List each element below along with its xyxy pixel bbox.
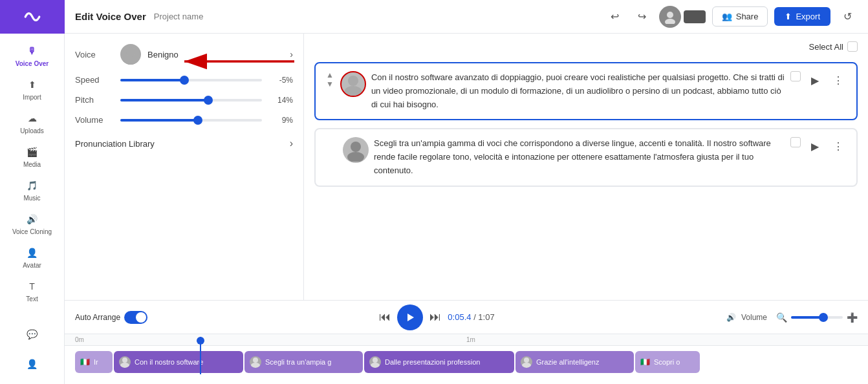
share-icon: 👥 [722,12,732,21]
ruler-end: 1m [466,336,475,343]
zoom-out-icon[interactable]: 🔍 [776,312,787,323]
zoom-slider[interactable] [791,316,843,319]
pitch-value: 14% [268,96,293,105]
share-button[interactable]: 👥 Share [712,6,768,27]
block-play-2[interactable]: ▶ [806,137,824,155]
sidebar-item-uploads[interactable]: ☁ Uploads [0,106,64,140]
block-more-2[interactable]: ⋮ [829,137,847,155]
text-icon: T [25,279,39,293]
play-button[interactable] [397,304,423,330]
profile-icon: 👤 [25,357,39,371]
voice-avatar [120,44,141,65]
ruler-start: 0m [75,336,84,343]
pitch-slider-row: Pitch 14% [75,95,293,105]
script-block-1: ▲ ▼ Con il nostro software avanzato di d… [314,62,858,120]
select-all-label: Select All [809,42,843,52]
playhead [200,337,201,374]
undo-button[interactable]: ↩ [605,6,625,27]
svg-point-7 [347,152,364,162]
clip-flag-6: 🇮🇹 [640,357,650,367]
sidebar-item-voice-over[interactable]: 🎙 Voice Over [0,39,64,72]
toggle-knob [136,312,146,323]
block-play-1[interactable]: ▶ [806,71,824,89]
clip-flag-1: 🇮🇹 [80,357,90,367]
timeline-ruler: 0m 1m [65,334,868,346]
svg-point-14 [371,363,380,368]
track-clip-3[interactable]: Scegli tra un'ampia g [244,351,363,373]
project-name: Project name [154,12,597,21]
playback-controls: ⏮ ⏭ 0:05.4 / 1:07 [157,304,717,330]
content-area: Voice Benigno › Speed -5% Pitch [65,34,868,300]
export-button[interactable]: ⬆ Export [774,7,830,26]
volume-label: Volume [741,313,767,322]
playback-bar: Auto Arrange ⏮ ⏭ 0:05.4 / 1:07 🔊 Volume [65,301,868,334]
topbar-actions: ↩ ↪ 👥 Share ⬆ Export ↺ [605,6,858,28]
block-actions-2: ▶ ⋮ [790,137,847,155]
speed-slider-row: Speed -5% [75,75,293,85]
track-clip-6[interactable]: 🇮🇹 Scopri o [635,351,700,373]
volume-value: 9% [268,116,293,125]
block-down-1[interactable]: ▼ [325,80,335,88]
auto-arrange: Auto Arrange [75,311,147,324]
pronunciation-chevron: › [290,138,293,149]
avatar-icon: 👤 [25,246,39,260]
topbar: Edit Voice Over Project name ↩ ↪ 👥 Share… [65,0,868,34]
sidebar-bottom: 💬 👤 [0,322,64,384]
sidebar-item-voice-cloning[interactable]: 🔊 Voice Cloning [0,207,64,240]
auto-arrange-toggle[interactable] [124,311,147,324]
svg-point-13 [373,357,378,363]
speed-track[interactable] [120,79,262,81]
zoom-in-icon[interactable]: ➕ [847,312,858,323]
block-text-2: Scegli tra un'ampia gamma di voci che co… [374,137,785,177]
skip-back-button[interactable]: ⏮ [379,310,391,324]
tracks-container: 🇮🇹 Ir Con il nostro software [65,346,868,378]
clip-avatar-3 [250,356,261,368]
voice-name: Benigno [147,50,283,59]
svg-point-16 [522,363,531,368]
clip-avatar-5 [521,356,532,368]
svg-point-10 [120,363,129,368]
total-time: 1:07 [478,312,494,322]
track-clip-1[interactable]: 🇮🇹 Ir [75,351,113,373]
block-more-1[interactable]: ⋮ [829,71,847,89]
block-avatar-1 [340,71,366,97]
sidebar-item-profile[interactable]: 👤 [0,352,64,376]
user-avatar [659,6,681,28]
track-clip-4[interactable]: Dalle presentazioni profession [364,351,514,373]
view-toggle [659,6,706,28]
block-checkbox-1[interactable] [790,71,801,81]
sidebar-item-avatar[interactable]: 👤 Avatar [0,240,64,274]
clip-avatar-4 [369,356,381,368]
sidebar-item-chat[interactable]: 💬 [0,322,64,347]
select-all-row: Select All [314,41,858,52]
select-all-checkbox[interactable] [847,41,858,52]
pronunciation-row[interactable]: Pronunciation Library › [75,135,293,152]
voice-chevron-right[interactable]: › [290,49,293,59]
track-clip-2[interactable]: Con il nostro software [114,351,243,373]
block-actions-1: ▶ ⋮ [790,71,847,89]
voice-panel: Voice Benigno › Speed -5% Pitch [65,34,304,300]
volume-icon: 🔊 [726,313,736,322]
block-nav-1: ▲ ▼ [325,71,335,88]
redo-button[interactable]: ↪ [632,6,653,27]
sidebar-nav: 🎙 Voice Over ⬆ Import ☁ Uploads 🎬 Media … [0,0,65,384]
volume-track[interactable] [120,119,262,122]
main-area: Edit Voice Over Project name ↩ ↪ 👥 Share… [65,0,868,384]
sidebar-item-media[interactable]: 🎬 Media [0,140,64,173]
volume-control: 🔊 Volume [726,313,767,322]
script-block-2: Scegli tra un'ampia gamma di voci che co… [314,128,858,186]
block-up-1[interactable]: ▲ [325,71,335,79]
zoom-control: 🔍 ➕ [776,312,858,323]
sidebar-item-import[interactable]: ⬆ Import [0,72,64,106]
sidebar-item-text[interactable]: T Text [0,274,64,308]
skip-forward-button[interactable]: ⏭ [429,310,441,324]
voice-row: Voice Benigno › [75,44,293,65]
app-logo [0,0,65,34]
speed-value: -5% [268,76,293,85]
history-button[interactable]: ↺ [837,6,858,27]
sidebar-item-music[interactable]: 🎵 Music [0,173,64,207]
pitch-track[interactable] [120,99,262,101]
block-checkbox-2[interactable] [790,137,801,147]
track-clip-5[interactable]: Grazie all'intelligenz [515,351,634,373]
svg-point-5 [345,86,362,96]
